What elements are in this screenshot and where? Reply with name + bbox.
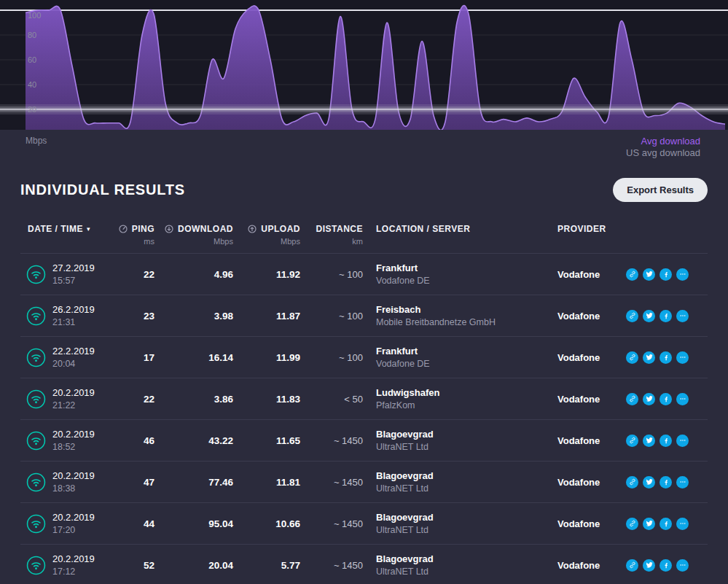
column-header-download[interactable]: DOWNLOAD Mbps (154, 224, 233, 246)
table-row: 26.2.2019 21:31 23 3.98 11.87 ~ 100 Frei… (20, 295, 708, 337)
result-download: 3.98 (154, 311, 233, 322)
result-ping: 22 (122, 394, 154, 405)
result-server: UltraNET Ltd (376, 567, 557, 577)
result-time: 15:57 (52, 276, 122, 286)
share-more-button[interactable] (676, 310, 689, 322)
result-distance: ~ 100 (300, 352, 363, 363)
share-twitter-button[interactable] (643, 268, 655, 281)
more-options-icon (679, 354, 686, 361)
result-city: Frankfurt (376, 262, 557, 273)
share-facebook-button[interactable] (659, 476, 672, 488)
ping-label: PING (132, 224, 154, 234)
export-results-button[interactable]: Export Results (613, 178, 708, 202)
facebook-icon (662, 478, 670, 486)
result-wifi-icon (26, 306, 46, 326)
result-wifi-icon (26, 389, 46, 409)
download-circle-icon (164, 224, 174, 234)
column-header-ping[interactable]: PING ms (122, 224, 154, 246)
share-facebook-button[interactable] (659, 268, 672, 281)
download-label: DOWNLOAD (178, 224, 233, 234)
svg-text:100: 100 (28, 11, 41, 20)
column-header-distance[interactable]: DISTANCE km (300, 224, 363, 246)
share-facebook-button[interactable] (659, 351, 672, 364)
share-more-button[interactable] (676, 351, 689, 364)
result-download: 43.22 (154, 435, 233, 446)
facebook-icon (662, 437, 670, 444)
share-facebook-button[interactable] (659, 310, 672, 322)
share-link-button[interactable] (626, 268, 638, 281)
share-facebook-button[interactable] (659, 559, 672, 572)
result-upload: 5.77 (233, 560, 300, 571)
share-twitter-button[interactable] (643, 435, 655, 447)
download-unit: Mbps (214, 237, 233, 246)
result-wifi-icon (26, 556, 46, 575)
column-header-upload[interactable]: UPLOAD Mbps (233, 224, 300, 246)
share-facebook-button[interactable] (659, 435, 672, 447)
upload-circle-icon (247, 224, 257, 234)
location-server-label: LOCATION / SERVER (376, 224, 470, 234)
ping-unit: ms (144, 237, 154, 246)
result-date: 20.2.2019 (52, 553, 122, 564)
result-ping: 44 (122, 518, 154, 529)
table-row: 22.2.2019 20:04 17 16.14 11.99 ~ 100 Fra… (20, 337, 708, 378)
more-options-icon (679, 478, 686, 486)
provider-label: PROVIDER (557, 224, 606, 234)
result-date: 20.2.2019 (52, 470, 122, 481)
table-row: 20.2.2019 17:12 52 20.04 5.77 ~ 1450 Bla… (20, 545, 708, 584)
result-city: Blagoevgrad (376, 470, 557, 481)
result-distance: ~ 1450 (300, 518, 363, 529)
share-link-button[interactable] (626, 393, 638, 405)
result-provider: Vodafone (557, 311, 611, 322)
result-time: 20:04 (52, 359, 122, 369)
more-options-icon (679, 395, 686, 402)
share-more-button[interactable] (676, 393, 689, 405)
result-upload: 11.92 (233, 269, 300, 280)
share-link-icon (629, 312, 636, 319)
twitter-icon (646, 520, 653, 527)
share-twitter-button[interactable] (643, 351, 655, 364)
result-city: Blagoevgrad (376, 553, 557, 564)
result-server: UltraNET Ltd (376, 525, 557, 535)
facebook-icon (662, 312, 670, 319)
result-distance: < 50 (300, 394, 363, 405)
share-more-button[interactable] (676, 476, 689, 488)
chart-legend: Avg download US avg download (626, 136, 700, 159)
share-more-button[interactable] (676, 518, 689, 530)
us-avg-download-band (0, 104, 728, 114)
result-date: 26.2.2019 (52, 304, 122, 315)
result-ping: 23 (122, 311, 154, 322)
column-header-location-server[interactable]: LOCATION / SERVER (363, 224, 557, 234)
share-more-button[interactable] (676, 559, 689, 572)
share-link-button[interactable] (626, 476, 638, 488)
share-twitter-button[interactable] (643, 559, 655, 572)
share-twitter-button[interactable] (643, 476, 655, 488)
share-link-button[interactable] (626, 310, 638, 322)
share-twitter-button[interactable] (643, 393, 655, 405)
share-twitter-button[interactable] (643, 518, 655, 530)
result-provider: Vodafone (557, 477, 611, 488)
result-time: 17:12 (52, 567, 122, 577)
facebook-icon (662, 395, 670, 402)
result-download: 16.14 (154, 352, 233, 363)
more-options-icon (679, 270, 686, 278)
result-wifi-icon (26, 472, 46, 492)
share-twitter-button[interactable] (643, 310, 655, 322)
table-row: 20.2.2019 21:22 22 3.86 11.83 < 50 Ludwi… (20, 378, 708, 420)
share-link-button[interactable] (626, 351, 638, 364)
result-distance: ~ 100 (300, 269, 363, 280)
column-header-provider[interactable]: PROVIDER (557, 224, 611, 234)
result-download: 77.46 (154, 477, 233, 488)
share-link-button[interactable] (626, 518, 638, 530)
share-link-icon (629, 270, 636, 278)
share-more-button[interactable] (676, 268, 689, 281)
share-facebook-button[interactable] (659, 393, 672, 405)
result-provider: Vodafone (557, 352, 611, 363)
y-axis-unit-label: Mbps (26, 136, 47, 146)
column-header-date-time[interactable]: DATE / TIME ▾ (20, 224, 122, 234)
share-link-button[interactable] (626, 559, 638, 572)
result-ping: 22 (122, 269, 154, 280)
share-more-button[interactable] (676, 435, 689, 447)
share-facebook-button[interactable] (659, 518, 672, 530)
share-link-button[interactable] (626, 435, 638, 447)
result-upload: 11.81 (233, 477, 300, 488)
